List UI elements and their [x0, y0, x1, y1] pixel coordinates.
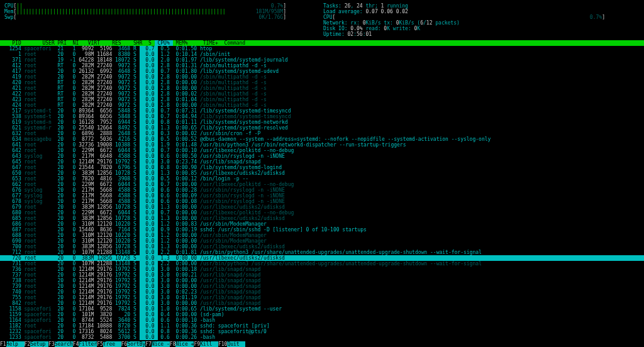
- fn-label[interactable]: Nice +: [175, 341, 194, 347]
- process-row[interactable]: 1159 spacefori 20 0 101M 3820 20 S 0.0 0…: [0, 312, 644, 317]
- process-row[interactable]: 1232 spacefori 20 0 17316 8024 5612 S 0.…: [0, 329, 644, 334]
- process-row[interactable]: 619 systemd-n 20 0 16128 7952 6944 S 0.0…: [0, 119, 644, 125]
- meter-text: Load average: 0.07 0.06 0.02: [323, 9, 640, 14]
- process-row[interactable]: 680 root 20 0 229M 6672 6044 S 0.0 0.7 0…: [0, 210, 644, 216]
- process-row[interactable]: 740 root 20 0 1214M 29176 19792 S 0.0 3.…: [0, 289, 644, 295]
- process-row[interactable]: 419 root 20 0 282M 27240 9072 S 0.0 2.8 …: [0, 74, 644, 80]
- meter-text: Disk IO: 0.0% read: 0K write: 0K: [323, 26, 640, 31]
- fn-label[interactable]: Help: [6, 341, 25, 347]
- process-row[interactable]: 737 root 20 0 1214M 29176 19792 S 0.0 3.…: [0, 272, 644, 278]
- fn-label[interactable]: Nice -: [152, 341, 170, 347]
- function-key-bar[interactable]: F1Help F2Setup F3SearchF4FilterF5Tree F6…: [0, 341, 644, 347]
- process-row[interactable]: 634 messagebu 20 0 8772 5036 4216 S 0.0 …: [0, 136, 644, 142]
- process-row[interactable]: 647 root 20 0 23544 7820 6796 S 0.0 0.8 …: [0, 165, 644, 170]
- fn-key: F2: [25, 341, 31, 347]
- process-row[interactable]: 417 root 20 0 26132 6992 4648 S 0.0 0.7 …: [0, 69, 644, 74]
- process-row[interactable]: 736 root 20 0 1214M 29176 19792 S 0.0 3.…: [0, 267, 644, 272]
- fn-key: F4: [73, 341, 79, 347]
- process-row[interactable]: 645 root 20 0 1214M 29176 19792 S 0.0 3.…: [0, 159, 644, 165]
- fn-key: F1: [0, 341, 6, 347]
- fn-label[interactable]: Quit: [227, 341, 245, 347]
- process-row[interactable]: 662 root 20 0 229M 6672 6044 S 0.0 0.7 0…: [0, 182, 644, 187]
- process-row[interactable]: 1233 spacefori 20 0 8732 5488 3700 S 0.0…: [0, 334, 644, 340]
- column-header[interactable]: PID USER PRI NI VIRT RES SHR S CPU% MEM%…: [0, 40, 644, 46]
- process-row[interactable]: 621 systemd-r 20 0 25540 12664 8492 S 0.…: [0, 125, 644, 131]
- process-row[interactable]: 517 systemd-t 20 0 89364 6656 5848 S 0.0…: [0, 108, 644, 114]
- meter: Swp[ 0K/1.76G]: [4, 14, 321, 20]
- process-row[interactable]: 412 root RT 0 282M 27240 9072 S 0.0 2.8 …: [0, 63, 644, 69]
- fn-label[interactable]: Filter: [79, 341, 97, 347]
- process-row[interactable]: 726 root 20 0 383M 12856 10728 S 0.0 1.3…: [0, 255, 644, 261]
- process-row[interactable]: 1164 spacefori 20 0 8744 5524 3640 S 0.0…: [0, 317, 644, 323]
- process-row[interactable]: 700 root 20 0 383M 12856 10728 S 0.0 1.3…: [0, 244, 644, 250]
- meters-area: CPU[|| 0.7%]Mem[||||||||||||||||||||||||…: [0, 0, 644, 40]
- process-row[interactable]: 842 root 20 0 1214M 29176 19792 S 0.0 3.…: [0, 300, 644, 306]
- process-list[interactable]: 1254 spacefori 21 1 9092 5196 3468 R 0.7…: [0, 46, 644, 340]
- process-row[interactable]: 755 root 20 0 1214M 29176 19792 S 0.0 3.…: [0, 295, 644, 300]
- process-row[interactable]: 738 root 20 0 1214M 29176 19792 S 0.0 3.…: [0, 278, 644, 284]
- process-row[interactable]: 678 syslog 20 0 217M 5668 4588 S 0.0 0.6…: [0, 199, 644, 204]
- process-row[interactable]: 641 root 20 0 32736 19008 10388 S 0.0 1.…: [0, 142, 644, 148]
- process-row[interactable]: 688 root 20 0 310M 12120 10220 S 0.0 1.2…: [0, 233, 644, 238]
- process-row[interactable]: 685 root 20 0 383M 12856 10728 S 0.0 1.3…: [0, 216, 644, 221]
- process-row[interactable]: 632 root 20 0 6896 2888 2648 S 0.0 0.3 0…: [0, 131, 644, 136]
- meter: CPU[ 0.7%]: [323, 14, 640, 20]
- meter-text: Network: rx: 0KiB/s tx: 0KiB/s (6/12 pac…: [323, 20, 640, 26]
- process-row[interactable]: 739 root 20 0 1214M 29176 19792 S 0.0 3.…: [0, 284, 644, 289]
- process-row[interactable]: 642 root 20 0 229M 6672 6044 S 0.0 0.7 0…: [0, 148, 644, 153]
- process-row[interactable]: 643 syslog 20 0 217M 6648 4588 S 0.0 0.6…: [0, 153, 644, 159]
- process-row[interactable]: 423 root RT 0 282M 27240 9072 S 0.0 2.8 …: [0, 97, 644, 102]
- process-row[interactable]: 1254 spacefori 21 1 9092 5196 3468 R 0.7…: [0, 46, 644, 52]
- fn-label[interactable]: Kill: [200, 341, 218, 347]
- process-row[interactable]: 1158 spacefori 20 0 17104 9528 7824 S 0.…: [0, 306, 644, 312]
- fn-key: F10: [218, 341, 227, 347]
- fn-key: F5: [97, 341, 103, 347]
- fn-label[interactable]: Tree: [103, 341, 121, 347]
- fn-key: F3: [48, 341, 55, 347]
- fn-label[interactable]: Search: [55, 341, 73, 347]
- fn-key: F7: [145, 341, 152, 347]
- fn-label[interactable]: Setup: [30, 341, 48, 347]
- meter-text: Tasks: 26, 24 thr; 1 running: [323, 3, 640, 9]
- process-row[interactable]: 650 root 20 0 383M 12856 10728 S 0.0 1.3…: [0, 170, 644, 176]
- process-row[interactable]: 1 root 20 0 98M 11684 8380 S 0.0 1.2 0:1…: [0, 52, 644, 57]
- meter: Mem[||||||||||||||||||||||||||||||||||||…: [4, 9, 321, 14]
- process-row[interactable]: 679 root 20 0 383M 12856 10728 S 0.0 1.3…: [0, 204, 644, 210]
- process-row[interactable]: 686 root 20 0 310M 12120 10220 S 0.0 1.2…: [0, 221, 644, 227]
- process-row[interactable]: 676 syslog 20 0 217M 5668 4588 S 0.0 0.6…: [0, 187, 644, 193]
- meter: CPU[|| 0.7%]: [4, 3, 321, 9]
- process-row[interactable]: 687 root 20 0 15440 8636 7164 S 0.0 0.9 …: [0, 227, 644, 233]
- process-row[interactable]: 420 root RT 0 282M 27240 9072 S 0.0 2.8 …: [0, 80, 644, 85]
- process-row[interactable]: 371 root 19 -1 64228 18148 18072 S 0.0 2…: [0, 57, 644, 63]
- fn-key: F6: [121, 341, 128, 347]
- process-row[interactable]: 1182 root 20 0 17184 10888 8720 S 0.0 1.…: [0, 323, 644, 329]
- process-row[interactable]: 690 root 20 0 310M 12120 10220 S 0.0 1.2…: [0, 238, 644, 244]
- process-row[interactable]: 424 root RT 0 282M 27240 9072 S 0.0 2.8 …: [0, 102, 644, 108]
- process-row[interactable]: 422 root RT 0 282M 27240 9072 S 0.0 2.8 …: [0, 91, 644, 97]
- process-row[interactable]: 421 root RT 0 282M 27240 9072 S 0.0 2.8 …: [0, 85, 644, 91]
- process-row[interactable]: 677 syslog 20 0 217M 5668 4588 S 0.0 0.6…: [0, 193, 644, 199]
- process-row[interactable]: 653 root 20 0 7820 4816 3908 S 0.0 0.5 0…: [0, 176, 644, 182]
- meter-text: Uptime: 02:56:01: [323, 31, 640, 37]
- process-row[interactable]: 731 root 20 0 107M 21288 13148 S 0.0 2.2…: [0, 261, 644, 267]
- fn-label[interactable]: SortBy: [127, 341, 145, 347]
- process-row[interactable]: 712 root 20 0 107M 21288 13148 S 0.0 2.2…: [0, 250, 644, 255]
- fn-key: F9: [194, 341, 200, 347]
- process-row[interactable]: 538 systemd-t 20 0 89364 6656 5848 S 0.0…: [0, 114, 644, 119]
